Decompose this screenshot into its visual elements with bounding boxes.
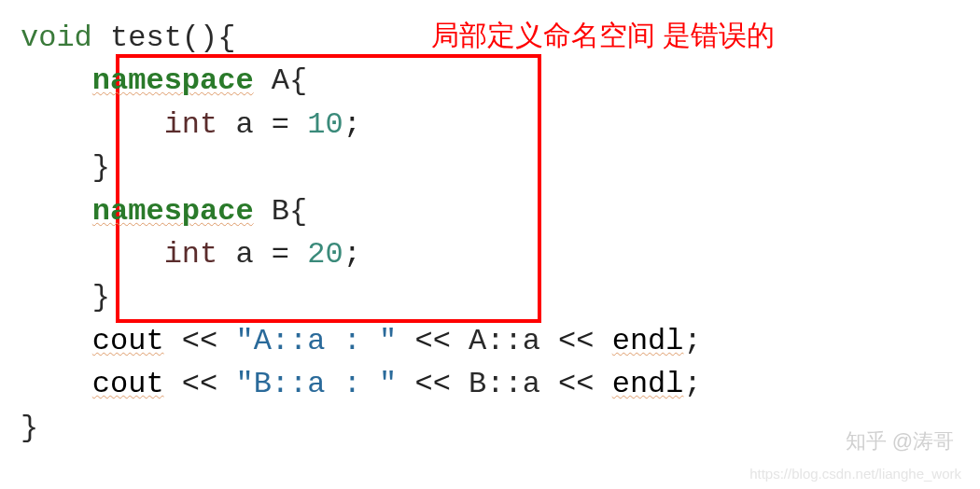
space <box>595 324 612 358</box>
indent <box>21 150 92 185</box>
code-text: B{ <box>254 194 308 229</box>
indent <box>21 107 164 142</box>
space <box>540 324 558 358</box>
code-line-6: int a = 20; <box>21 233 959 276</box>
keyword-void: void <box>21 21 92 55</box>
operator: << <box>182 324 217 358</box>
variable: a <box>217 107 272 142</box>
operator: = <box>272 107 289 142</box>
operator: = <box>272 237 289 272</box>
watermark-zhihu: 知乎 @涛哥 <box>846 427 954 455</box>
space <box>540 367 558 401</box>
operator: << <box>414 367 450 401</box>
space <box>595 367 612 401</box>
indent <box>21 63 92 98</box>
watermark-csdn: https://blog.csdn.net/lianghe_work <box>749 466 961 482</box>
operator: << <box>558 367 594 401</box>
semicolon: ; <box>343 237 361 272</box>
keyword-int: int <box>164 237 218 272</box>
string-literal: "A::a : " <box>235 324 397 358</box>
endl: endl <box>612 367 684 401</box>
keyword-namespace: namespace <box>92 63 254 98</box>
space <box>164 324 182 358</box>
indent <box>21 324 92 358</box>
semicolon: ; <box>684 367 702 401</box>
code-line-7: } <box>21 276 959 319</box>
cout: cout <box>92 367 164 401</box>
code-text: A{ <box>254 63 308 98</box>
operator: << <box>558 324 594 358</box>
number-literal: 10 <box>307 107 343 142</box>
indent <box>21 237 164 272</box>
space <box>397 324 414 358</box>
indent <box>21 280 92 314</box>
cout: cout <box>92 324 164 358</box>
indent <box>21 194 92 229</box>
endl: endl <box>612 324 684 358</box>
keyword-int: int <box>164 107 218 142</box>
space <box>451 367 469 401</box>
code-line-3: int a = 10; <box>21 104 959 147</box>
number-literal: 20 <box>307 237 343 272</box>
code-line-1: void test(){ <box>21 17 959 60</box>
space <box>217 324 235 358</box>
keyword-namespace: namespace <box>92 194 254 229</box>
code-line-8: cout << "A::a : " << A::a << endl; <box>21 320 959 363</box>
semicolon: ; <box>684 324 702 358</box>
code-text: test(){ <box>92 21 236 55</box>
semicolon: ; <box>343 107 361 142</box>
code-block: void test(){ namespace A{ int a = 10; } … <box>21 17 959 450</box>
variable: a <box>217 237 272 272</box>
code-line-2: namespace A{ <box>21 60 959 103</box>
expression: A::a <box>469 324 540 358</box>
string-literal: "B::a : " <box>235 367 397 401</box>
space <box>397 367 414 401</box>
space <box>451 324 469 358</box>
code-line-5: namespace B{ <box>21 190 959 233</box>
brace: } <box>92 150 110 185</box>
expression: B::a <box>469 367 540 401</box>
space <box>217 367 235 401</box>
code-line-9: cout << "B::a : " << B::a << endl; <box>21 363 959 406</box>
space <box>289 237 307 272</box>
space <box>164 367 182 401</box>
code-line-10: } <box>21 407 959 450</box>
space <box>289 107 307 142</box>
indent <box>21 367 92 401</box>
brace: } <box>92 280 110 314</box>
operator: << <box>182 367 217 401</box>
brace: } <box>21 411 38 445</box>
operator: << <box>414 324 450 358</box>
code-line-4: } <box>21 147 959 189</box>
